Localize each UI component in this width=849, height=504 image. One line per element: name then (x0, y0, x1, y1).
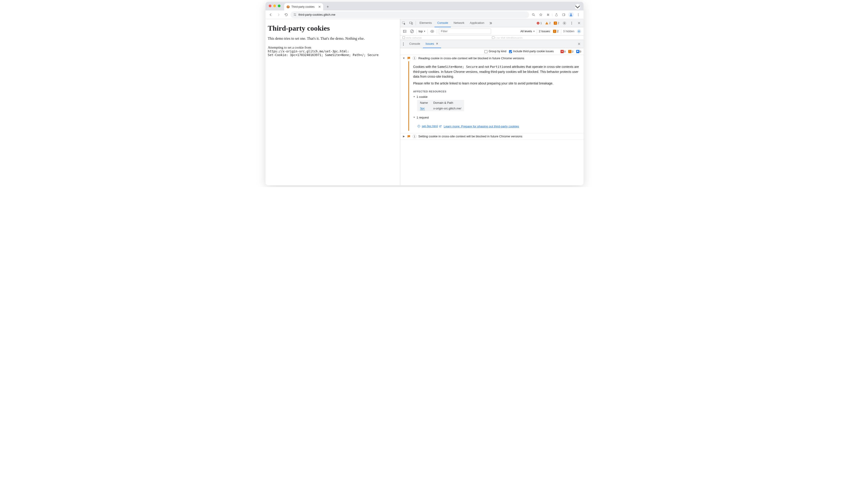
drawer-tab-issues[interactable]: Issues ✕ (423, 40, 441, 48)
devtools-settings-button[interactable] (562, 20, 567, 26)
issues-info-count[interactable]: 0 (576, 50, 581, 53)
warning-counter[interactable]: 2 (544, 21, 551, 25)
profile-button[interactable] (568, 11, 574, 18)
cookies-table: Name Domain & Path 3pc x-origin-src.glit… (417, 100, 464, 111)
include-3p-checkbox[interactable]: Include third-party cookie issues (509, 50, 554, 53)
error-counter[interactable]: 1 (536, 22, 543, 25)
new-tab-button[interactable]: + (324, 4, 331, 10)
svg-point-22 (571, 24, 572, 24)
back-button[interactable] (267, 11, 274, 18)
disclosure-triangle-icon[interactable]: ▶ (403, 135, 405, 138)
svg-point-33 (418, 125, 420, 128)
issue-title: Setting cookie in cross-site context wil… (418, 134, 523, 138)
svg-point-4 (294, 14, 295, 14)
eye-icon (430, 29, 434, 33)
close-tab-icon[interactable]: ✕ (318, 5, 321, 8)
close-icon (577, 21, 581, 25)
tabs-overflow-button[interactable] (487, 19, 494, 27)
disclosure-triangle-icon[interactable]: ▼ (403, 57, 405, 59)
zoom-button[interactable] (530, 11, 537, 18)
filter-input[interactable] (439, 29, 491, 34)
svg-point-19 (564, 22, 565, 24)
tab-title: Third-party cookies (291, 5, 315, 8)
minimize-window[interactable] (273, 4, 276, 7)
checkbox[interactable] (492, 36, 494, 39)
info-badge-icon (576, 50, 579, 53)
issues-warnings-count[interactable]: !2 (568, 50, 573, 53)
log-levels-selector[interactable]: All levels ▼ (520, 30, 535, 33)
page-intro: This demo tries to set one. That's it. T… (268, 37, 398, 41)
svg-point-29 (403, 43, 404, 44)
avatar-icon (568, 12, 574, 17)
inspect-element-button[interactable] (400, 19, 407, 27)
learn-more-link[interactable]: Learn more: Prepare for phasing out thir… (439, 125, 519, 128)
devtools-panel: Elements Console Network Application 1 (400, 19, 583, 185)
group-by-kind-checkbox[interactable]: Group by kind (484, 50, 506, 53)
toolbar: third-party-cookies.glitch.me | (266, 11, 583, 19)
svg-point-30 (403, 45, 404, 46)
devtools-menu-button[interactable] (569, 20, 574, 26)
table-row: 3pc x-origin-src.glitch.me/ (417, 106, 464, 111)
cookie-name-link[interactable]: 3pc (420, 107, 425, 110)
tab-network[interactable]: Network (451, 19, 467, 27)
issues-counter[interactable]: ! 2 (553, 22, 560, 25)
warning-badge-icon: ! (568, 50, 571, 53)
col-name: Name (417, 100, 431, 106)
back-arrow-icon (269, 13, 272, 17)
issue-paragraph: Please refer to the article linked to le… (413, 81, 580, 86)
svg-point-26 (432, 31, 433, 32)
star-icon (539, 13, 543, 17)
svg-point-12 (578, 15, 579, 16)
tab-application[interactable]: Application (467, 19, 487, 27)
tab-elements[interactable]: Elements (417, 19, 435, 27)
issues-errors-count[interactable]: ✕0 (561, 50, 566, 53)
puzzle-icon (546, 13, 550, 17)
forward-button[interactable] (275, 11, 282, 18)
svg-point-11 (578, 14, 579, 15)
hidden-messages[interactable]: 3 hidden (563, 30, 574, 33)
clear-console-button[interactable] (409, 27, 415, 35)
chrome-menu-button[interactable] (575, 11, 582, 18)
issues-toolbar-counter[interactable]: ! 2 (552, 30, 559, 33)
gear-icon (562, 21, 566, 25)
side-panel-button[interactable] (560, 11, 567, 18)
device-toolbar-button[interactable] (407, 19, 415, 27)
live-expression-button[interactable] (429, 27, 435, 35)
drawer-tab-console[interactable]: Console (407, 40, 423, 48)
external-link-icon (439, 125, 442, 128)
svg-point-5 (295, 15, 296, 16)
reload-button[interactable] (283, 11, 289, 18)
svg-rect-14 (409, 22, 412, 24)
extensions-button[interactable] (545, 11, 551, 18)
issues-label[interactable]: 2 Issues: (539, 30, 551, 33)
request-link[interactable]: set-3pc.html (417, 124, 438, 128)
tab-list-button[interactable] (575, 4, 580, 10)
checkbox[interactable] (403, 36, 405, 39)
favicon-cookie-icon: 🍪 (286, 5, 289, 8)
close-window[interactable] (269, 4, 271, 7)
close-drawer-tab-icon[interactable]: ✕ (436, 42, 438, 46)
console-settings-button[interactable] (576, 27, 582, 35)
issue-title: Reading cookie in cross-site context wil… (418, 56, 524, 60)
bookmark-button[interactable] (537, 11, 544, 18)
cookies-disclosure[interactable]: ▼ 1 cookie (413, 95, 580, 98)
affected-resources-heading: AFFECTED RESOURCES (413, 90, 580, 93)
svg-rect-18 (547, 24, 547, 24)
context-selector[interactable]: top ▼ (419, 30, 426, 33)
address-bar[interactable]: third-party-cookies.glitch.me (290, 11, 529, 18)
close-drawer-button[interactable] (576, 41, 582, 47)
site-settings-icon[interactable] (293, 13, 297, 16)
console-sidebar-toggle[interactable] (402, 27, 407, 35)
chevron-down-icon (575, 4, 580, 10)
maximize-window[interactable] (278, 4, 281, 7)
issue-header[interactable]: ▼ 1 Reading cookie in cross-site context… (400, 55, 583, 61)
svg-point-28 (403, 42, 404, 43)
requests-disclosure[interactable]: ▼ 1 request (413, 116, 580, 119)
tab-console[interactable]: Console (435, 19, 451, 27)
drawer-menu-button[interactable] (400, 40, 407, 48)
browser-tab[interactable]: 🍪 Third-party cookies ✕ (284, 3, 323, 11)
close-devtools-button[interactable] (576, 20, 582, 26)
labs-button[interactable] (553, 11, 560, 18)
close-icon (577, 42, 581, 46)
issue-header[interactable]: ▶ 1 Setting cookie in cross-site context… (400, 133, 583, 140)
